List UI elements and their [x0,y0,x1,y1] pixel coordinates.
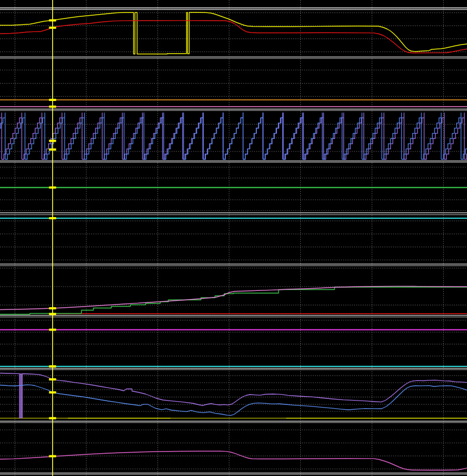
cursor-tick-marker [49,455,56,458]
cursor-tick-marker [49,391,56,394]
waveform-canvas[interactable] [0,0,467,476]
cursor-tick-marker [49,140,56,142]
cursor-tick-marker [49,20,56,22]
cursor-tick-marker [49,217,56,219]
cursor-tick-marker [49,187,56,189]
cursor-tick-marker [49,329,56,331]
cursor-tick-marker [49,149,56,151]
cursor-tick-marker [49,378,56,380]
cursor-tick-marker [49,106,56,108]
cursor-tick-marker [49,365,56,367]
cursor-tick-marker [49,313,56,315]
cursor-tick-marker [49,307,56,309]
cursor-line[interactable] [52,0,53,476]
cursor-tick-marker [49,27,56,29]
scope-view [0,0,467,476]
cursor-tick-marker [49,417,56,420]
cursor-tick-marker [49,99,56,101]
